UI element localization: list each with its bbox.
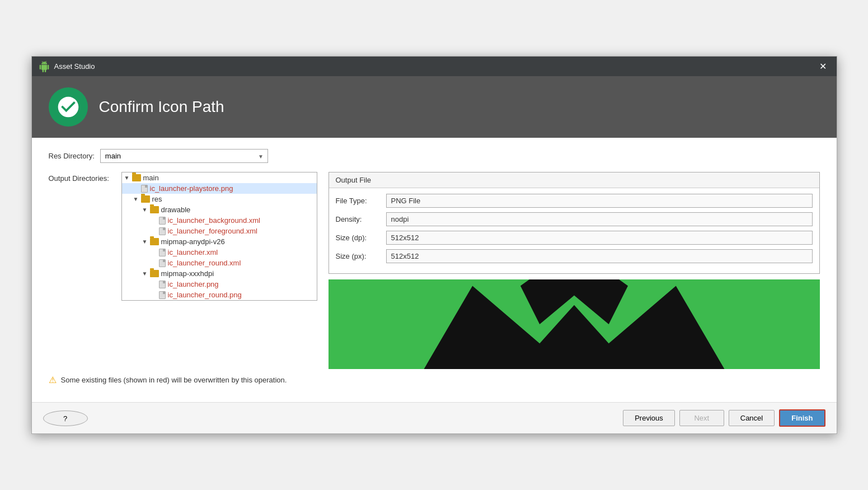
icon-preview — [329, 279, 820, 369]
tree-item[interactable]: ▼res — [122, 194, 317, 204]
tree-item-label: mipmap-xxxhdpi — [161, 269, 214, 278]
tree-item[interactable]: ▼main — [122, 172, 317, 183]
tree-item[interactable]: ▼mipmap-xxxhdpi — [122, 268, 317, 279]
tree-item-label: drawable — [161, 206, 191, 214]
folder-icon — [150, 238, 159, 245]
field-label: Size (dp): — [336, 234, 386, 242]
spacer — [151, 260, 159, 266]
field-value: 512x512 — [386, 231, 813, 245]
tree-item[interactable]: ic_launcher_foreground.xml — [122, 226, 317, 236]
close-button[interactable]: ✕ — [816, 60, 830, 73]
tree-item-label: ic_launcher_foreground.xml — [168, 227, 257, 235]
tree-item[interactable]: ic_launcher-playstore.png — [122, 183, 317, 194]
help-button[interactable]: ? — [43, 410, 88, 426]
res-directory-select-wrapper[interactable]: main debug release — [100, 149, 268, 163]
tree-item[interactable]: ▼drawable — [122, 204, 317, 215]
title-bar-left: Asset Studio — [39, 61, 95, 72]
tree-item-label: res — [152, 195, 162, 203]
file-icon — [159, 281, 166, 288]
output-fields: File Type: PNG File Density: nodpi Size … — [329, 188, 819, 273]
footer: ? Previous Next Cancel Finish — [32, 402, 837, 433]
asset-studio-dialog: Asset Studio ✕ Confirm Icon Path Res Dir… — [31, 56, 837, 434]
field-row: File Type: PNG File — [336, 194, 813, 208]
file-icon — [159, 227, 166, 235]
file-icon — [159, 291, 166, 299]
field-value: nodpi — [386, 212, 813, 226]
main-row: Output Directories: ▼main ic_launcher-pl… — [49, 172, 820, 369]
folder-icon — [150, 206, 159, 213]
spacer — [151, 228, 159, 234]
chevron-icon: ▼ — [124, 175, 132, 181]
output-file-legend: Output File — [329, 172, 819, 188]
android-icon — [39, 61, 50, 72]
tree-item[interactable]: ic_launcher_background.xml — [122, 215, 317, 226]
tree-item-label: ic_launcher_round.xml — [168, 259, 241, 267]
warning-row: ⚠ Some existing files (shown in red) wil… — [49, 369, 820, 391]
tree-item[interactable]: ic_launcher.png — [122, 279, 317, 290]
tree-item[interactable]: ic_launcher_round.xml — [122, 258, 317, 268]
tree-item-label: ic_launcher.png — [168, 280, 219, 288]
previous-button[interactable]: Previous — [623, 410, 675, 426]
output-dir-row: Output Directories: ▼main ic_launcher-pl… — [49, 172, 317, 301]
field-label: Density: — [336, 215, 386, 223]
spacer — [151, 249, 159, 255]
preview-box — [329, 279, 820, 369]
output-file-section: Output File File Type: PNG File Density:… — [329, 172, 820, 274]
tree-item-label: ic_launcher-playstore.png — [150, 184, 233, 193]
file-icon — [159, 217, 166, 225]
tree-item-label: mipmap-anydpi-v26 — [161, 237, 225, 246]
page-title: Confirm Icon Path — [99, 98, 224, 116]
res-directory-label: Res Directory: — [49, 152, 95, 160]
tree-item[interactable]: ic_launcher_round.png — [122, 290, 317, 300]
file-tree[interactable]: ▼main ic_launcher-playstore.png▼res▼draw… — [121, 172, 317, 301]
folder-icon — [132, 174, 141, 181]
chevron-icon: ▼ — [142, 207, 150, 213]
file-icon — [159, 249, 166, 256]
tree-item-label: ic_launcher.xml — [168, 248, 218, 256]
chevron-icon: ▼ — [142, 270, 150, 277]
warning-text: Some existing files (shown in red) will … — [61, 376, 287, 384]
spacer — [151, 217, 159, 223]
tree-item-label: ic_launcher_background.xml — [168, 216, 260, 225]
finish-button[interactable]: Finish — [779, 409, 825, 427]
file-icon — [141, 185, 148, 193]
title-bar: Asset Studio ✕ — [32, 57, 837, 76]
tree-item[interactable]: ic_launcher.xml — [122, 247, 317, 258]
confirm-icon-svg — [56, 95, 81, 119]
cancel-button[interactable]: Cancel — [729, 410, 775, 426]
title-bar-text: Asset Studio — [54, 62, 95, 71]
next-button[interactable]: Next — [679, 410, 724, 426]
warning-icon: ⚠ — [49, 375, 57, 385]
chevron-icon: ▼ — [133, 196, 141, 202]
tree-item[interactable]: ▼mipmap-anydpi-v26 — [122, 236, 317, 247]
folder-icon — [141, 195, 150, 203]
field-value: 512x512 — [386, 249, 813, 263]
tree-item-label: main — [143, 174, 159, 182]
header-icon — [49, 87, 88, 127]
field-row: Density: nodpi — [336, 212, 813, 226]
right-panel: Output File File Type: PNG File Density:… — [329, 172, 820, 369]
field-label: File Type: — [336, 197, 386, 205]
field-value: PNG File — [386, 194, 813, 208]
res-directory-select[interactable]: main debug release — [100, 149, 268, 163]
tree-item-label: ic_launcher_round.png — [168, 291, 242, 299]
spacer — [133, 185, 141, 192]
folder-icon — [150, 270, 159, 277]
header-bar: Confirm Icon Path — [32, 76, 837, 138]
output-dir-label: Output Directories: — [49, 172, 116, 301]
spacer — [151, 281, 159, 287]
field-row: Size (px): 512x512 — [336, 249, 813, 263]
spacer — [151, 292, 159, 298]
field-label: Size (px): — [336, 252, 386, 260]
field-row: Size (dp): 512x512 — [336, 231, 813, 245]
chevron-icon: ▼ — [142, 239, 150, 245]
content-area: Res Directory: main debug release Output… — [32, 138, 837, 402]
res-directory-row: Res Directory: main debug release — [49, 149, 820, 163]
left-panel: Output Directories: ▼main ic_launcher-pl… — [49, 172, 317, 369]
file-icon — [159, 259, 166, 267]
